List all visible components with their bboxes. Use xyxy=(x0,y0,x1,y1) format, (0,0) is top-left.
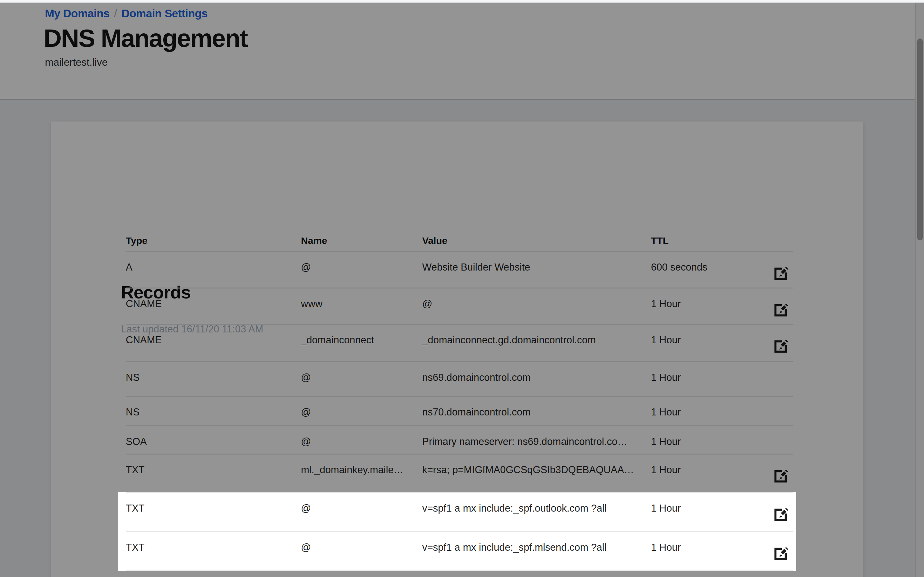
cell-name: @ xyxy=(301,503,422,531)
breadcrumb: My Domains/Domain Settings xyxy=(45,7,208,20)
column-header-edit xyxy=(772,235,793,251)
cell-ttl: 1 Hour xyxy=(651,298,772,324)
records-card: Records Last updated 16/11/20 11:03 AM T… xyxy=(51,121,863,577)
dns-records-table: Type Name Value TTL A @ Website Builder … xyxy=(126,233,793,571)
cell-name: ml._domainkey.maile… xyxy=(301,464,422,492)
cell-name: @ xyxy=(301,372,422,396)
cell-name: @ xyxy=(301,436,422,454)
table-row: NS @ ns70.domaincontrol.com 1 Hour xyxy=(126,396,793,425)
scrollbar[interactable] xyxy=(915,0,924,577)
cell-ttl: 600 seconds xyxy=(651,261,772,287)
edit-record-button[interactable] xyxy=(772,468,788,484)
column-header-value: Value xyxy=(422,235,651,251)
edit-record-button[interactable] xyxy=(772,546,788,561)
cell-type: A xyxy=(126,261,301,287)
cell-ttl: 1 Hour xyxy=(651,464,772,492)
table-row: NS @ ns69.domaincontrol.com 1 Hour xyxy=(126,361,793,396)
cell-name: @ xyxy=(301,406,422,425)
table-header-row: Type Name Value TTL xyxy=(126,233,793,251)
cell-type: CNAME xyxy=(126,334,301,361)
cell-name: _domainconnect xyxy=(301,334,422,361)
cell-type: NS xyxy=(126,372,301,396)
cell-value: Website Builder Website xyxy=(422,261,651,287)
cell-type: TXT xyxy=(126,464,301,492)
page-title: DNS Management xyxy=(44,24,247,53)
edit-record-button[interactable] xyxy=(772,302,788,318)
cell-type: TXT xyxy=(126,503,301,531)
domain-name-label: mailertest.live xyxy=(45,56,108,68)
table-row-highlighted: TXT @ v=spf1 a mx include:_spf.mlsend.co… xyxy=(126,531,793,571)
cell-ttl: 1 Hour xyxy=(651,542,772,570)
edit-pencil-icon xyxy=(772,468,788,484)
edit-pencil-icon xyxy=(772,338,788,354)
table-row-highlighted: TXT @ v=spf1 a mx include:_spf.outlook.c… xyxy=(126,492,793,531)
table-row: CNAME www @ 1 Hour xyxy=(126,287,793,324)
table-body: A @ Website Builder Website 600 seconds … xyxy=(126,251,793,571)
edit-record-button[interactable] xyxy=(772,338,788,354)
edit-record-button[interactable] xyxy=(772,266,788,281)
edit-pencil-icon xyxy=(772,507,788,522)
dns-management-screen: My Domains/Domain Settings DNS Managemen… xyxy=(0,0,924,577)
cell-value: _domainconnect.gd.domaincontrol.com xyxy=(422,334,651,361)
cell-name: @ xyxy=(301,542,422,570)
breadcrumb-link-domain-settings[interactable]: Domain Settings xyxy=(121,7,208,19)
cell-value: Primary nameserver: ns69.domaincontrol.c… xyxy=(422,436,651,454)
cell-value: @ xyxy=(422,298,651,324)
cell-ttl: 1 Hour xyxy=(651,436,772,454)
cell-name: www xyxy=(301,298,422,324)
column-header-type: Type xyxy=(126,235,301,251)
table-row: CNAME _domainconnect _domainconnect.gd.d… xyxy=(126,324,793,361)
cell-ttl: 1 Hour xyxy=(651,406,772,425)
table-row: A @ Website Builder Website 600 seconds xyxy=(126,251,793,287)
cell-type: CNAME xyxy=(126,298,301,324)
edit-record-button[interactable] xyxy=(772,507,788,522)
cell-value: v=spf1 a mx include:_spf.mlsend.com ?all xyxy=(422,542,651,570)
cell-ttl: 1 Hour xyxy=(651,372,772,396)
edit-pencil-icon xyxy=(772,546,788,561)
page-header: My Domains/Domain Settings DNS Managemen… xyxy=(0,0,924,100)
cell-value: ns70.domaincontrol.com xyxy=(422,406,651,425)
edit-pencil-icon xyxy=(772,266,788,281)
column-header-name: Name xyxy=(301,235,422,251)
table-row: SOA @ Primary nameserver: ns69.domaincon… xyxy=(126,425,793,454)
cell-type: TXT xyxy=(126,542,301,570)
table-row: TXT ml._domainkey.maile… k=rsa; p=MIGfMA… xyxy=(126,454,793,492)
edit-pencil-icon xyxy=(772,302,788,318)
cell-ttl: 1 Hour xyxy=(651,503,772,531)
breadcrumb-link-my-domains[interactable]: My Domains xyxy=(45,7,110,19)
cell-name: @ xyxy=(301,261,422,287)
cell-value: v=spf1 a mx include:_spf.outlook.com ?al… xyxy=(422,503,651,531)
cell-ttl: 1 Hour xyxy=(651,334,772,361)
cell-type: SOA xyxy=(126,436,301,454)
cell-value: k=rsa; p=MIGfMA0GCSqGSIb3DQEBAQUAA… xyxy=(422,464,651,492)
column-header-ttl: TTL xyxy=(651,235,772,251)
cell-type: NS xyxy=(126,406,301,425)
scrollbar-thumb[interactable] xyxy=(917,39,923,240)
cell-value: ns69.domaincontrol.com xyxy=(422,372,651,396)
breadcrumb-separator: / xyxy=(110,7,121,19)
top-edge-strip xyxy=(0,0,924,3)
